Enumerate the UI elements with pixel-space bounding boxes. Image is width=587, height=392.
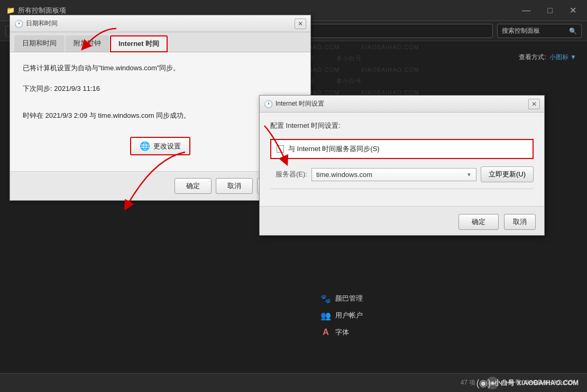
tab-addtime[interactable]: 附加时钟 <box>66 35 109 52</box>
bg-minimize-button[interactable]: — <box>518 4 535 17</box>
list-icon-0: 🐾 <box>320 293 331 304</box>
datetime-titlebar: 🕐 日期和时间 ✕ <box>10 15 310 32</box>
internet-server-row: 服务器(E): time.windows.com ▼ 立即更新(U) <box>270 166 534 182</box>
bg-title-area: 📁 所有控制面板项 <box>6 6 66 15</box>
internet-titlebar: 🕐 Internet 时间设置 ✕ <box>260 96 544 113</box>
list-item-2[interactable]: A 字体 <box>317 325 366 339</box>
datetime-cancel-button[interactable]: 取消 <box>216 178 253 194</box>
bg-list-items: 🐾 颜巴管理 👥 用户帐户 A 字体 <box>317 292 366 339</box>
bottom-brand: (◉) 小白号 XIAOBAIHAO.COM <box>476 377 579 389</box>
sync-checkbox[interactable] <box>277 145 284 153</box>
list-label-1: 用户帐户 <box>335 311 363 320</box>
bg-folder-icon: 📁 <box>6 6 15 14</box>
internet-buttons: 确定 取消 <box>260 206 544 235</box>
server-value: time.windows.com <box>316 171 372 179</box>
bg-search-box[interactable]: 搜索控制面板 🔍 <box>497 24 582 38</box>
list-icon-1: 👥 <box>320 310 331 321</box>
list-label-0: 颜巴管理 <box>335 294 363 303</box>
list-icon-2: A <box>320 327 331 338</box>
inet-divider <box>270 189 534 189</box>
list-item-1[interactable]: 👥 用户帐户 <box>317 309 366 322</box>
internet-title-text: Internet 时间设置 <box>276 99 324 108</box>
bg-window-title: 所有控制面板项 <box>18 6 66 15</box>
view-label-area: 查看方式: 小图标 ▼ <box>519 53 576 62</box>
brand-radio-icon: (◉) <box>476 377 491 389</box>
dialog-internet-settings: 🕐 Internet 时间设置 ✕ 配置 Internet 时间设置: 与 In… <box>259 95 545 236</box>
internet-title-left: 🕐 Internet 时间设置 <box>264 99 324 108</box>
bg-window-controls: — □ ✕ <box>518 3 581 17</box>
tab-internet-time[interactable]: Internet 时间 <box>110 35 168 52</box>
internet-sync-row: 与 Internet 时间服务器同步(S) <box>270 139 534 159</box>
server-select[interactable]: time.windows.com ▼ <box>311 168 476 181</box>
change-settings-label: 更改设置 <box>153 142 181 151</box>
internet-description: 配置 Internet 时间设置: <box>270 121 534 130</box>
datetime-next-sync-value: 2021/9/3 11:16 <box>54 85 100 92</box>
globe-icon: 🌐 <box>140 141 150 151</box>
change-settings-wrapper: 🌐 更改设置 <box>23 137 298 155</box>
change-settings-button[interactable]: 🌐 更改设置 <box>130 137 190 155</box>
server-label: 服务器(E): <box>276 170 307 179</box>
bg-search-icon: 🔍 <box>569 27 577 35</box>
datetime-info-line1: 已将计算机设置为自动与"time.windows.com"同步。 <box>23 63 298 74</box>
internet-cancel-button[interactable]: 取消 <box>504 214 536 230</box>
internet-title-icon: 🕐 <box>264 100 272 108</box>
view-mode-link[interactable]: 小图标 ▼ <box>549 53 576 62</box>
datetime-close-button[interactable]: ✕ <box>295 18 306 29</box>
status-items-count: 47 项 <box>461 378 476 387</box>
bg-restore-button[interactable]: □ <box>543 4 557 17</box>
internet-content: 配置 Internet 时间设置: 与 Internet 时间服务器同步(S) … <box>260 113 544 206</box>
sync-checkbox-label: 与 Internet 时间服务器同步(S) <box>288 144 380 154</box>
list-item-0[interactable]: 🐾 颜巴管理 <box>317 292 366 305</box>
datetime-title-icon: 🕐 <box>14 20 23 28</box>
bottom-brand-text: 小白号 XIAOBAIHAO.COM <box>494 378 579 388</box>
internet-ok-button[interactable]: 确定 <box>458 214 499 230</box>
datetime-clock-sync: 时钟在 2021/9/3 2:09 与 time.windows.com 同步成… <box>23 110 298 122</box>
datetime-ok-button[interactable]: 确定 <box>175 178 212 194</box>
datetime-next-sync-label: 下次同步: <box>23 85 52 92</box>
datetime-next-sync: 下次同步: 2021/9/3 11:16 <box>23 83 298 95</box>
update-now-button[interactable]: 立即更新(U) <box>481 166 534 182</box>
datetime-title-text: 日期和时间 <box>26 19 58 28</box>
datetime-tabs: 日期和时间 附加时钟 Internet 时间 <box>10 32 310 52</box>
list-label-2: 字体 <box>335 328 349 337</box>
datetime-title-left: 🕐 日期和时间 <box>14 19 58 28</box>
bg-search-text: 搜索控制面板 <box>502 26 540 35</box>
view-label-text: 查看方式: <box>519 53 546 62</box>
bg-close-button[interactable]: ✕ <box>565 3 581 17</box>
internet-close-button[interactable]: ✕ <box>528 99 540 109</box>
tab-datetime[interactable]: 日期和时间 <box>14 35 65 52</box>
server-select-caret: ▼ <box>466 172 472 178</box>
